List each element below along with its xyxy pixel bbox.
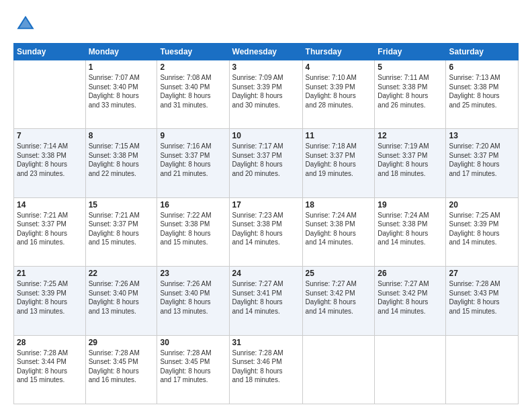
day-info: Sunrise: 7:28 AM Sunset: 3:46 PM Dayligh… [232,349,300,385]
calendar-cell: 5Sunrise: 7:11 AM Sunset: 3:38 PM Daylig… [375,60,446,129]
day-info: Sunrise: 7:16 AM Sunset: 3:37 PM Dayligh… [160,142,226,178]
day-number: 25 [306,269,372,278]
calendar-header-row: SundayMondayTuesdayWednesdayThursdayFrid… [14,44,519,60]
calendar-cell: 2Sunrise: 7:08 AM Sunset: 3:40 PM Daylig… [157,60,229,129]
calendar-cell: 10Sunrise: 7:17 AM Sunset: 3:37 PM Dayli… [229,129,302,197]
logo-icon [13,12,38,36]
day-info: Sunrise: 7:27 AM Sunset: 3:41 PM Dayligh… [232,279,300,316]
day-number: 20 [449,200,515,210]
weekday-header-monday: Monday [85,44,157,60]
calendar-week-row: 14Sunrise: 7:21 AM Sunset: 3:37 PM Dayli… [14,197,519,266]
page: SundayMondayTuesdayWednesdayThursdayFrid… [0,0,532,411]
day-info: Sunrise: 7:07 AM Sunset: 3:40 PM Dayligh… [89,73,154,109]
day-number: 21 [17,269,83,278]
day-info: Sunrise: 7:13 AM Sunset: 3:38 PM Dayligh… [449,73,515,109]
day-number: 10 [232,131,300,140]
day-info: Sunrise: 7:24 AM Sunset: 3:38 PM Dayligh… [378,211,443,247]
calendar-cell: 17Sunrise: 7:23 AM Sunset: 3:38 PM Dayli… [229,197,302,266]
calendar-cell: 12Sunrise: 7:19 AM Sunset: 3:37 PM Dayli… [375,129,446,197]
calendar-cell: 3Sunrise: 7:09 AM Sunset: 3:39 PM Daylig… [229,60,302,129]
day-number: 11 [306,131,372,140]
day-number: 7 [17,131,83,140]
day-number: 3 [232,62,300,72]
calendar-week-row: 21Sunrise: 7:25 AM Sunset: 3:39 PM Dayli… [14,267,519,335]
calendar-cell: 7Sunrise: 7:14 AM Sunset: 3:38 PM Daylig… [14,129,86,197]
calendar-cell: 28Sunrise: 7:28 AM Sunset: 3:44 PM Dayli… [14,335,86,404]
weekday-header-saturday: Saturday [446,44,519,60]
day-info: Sunrise: 7:21 AM Sunset: 3:37 PM Dayligh… [17,211,83,247]
day-number: 8 [89,131,154,140]
calendar-cell: 8Sunrise: 7:15 AM Sunset: 3:38 PM Daylig… [85,129,157,197]
day-number: 17 [232,200,300,210]
day-info: Sunrise: 7:27 AM Sunset: 3:42 PM Dayligh… [306,279,372,316]
weekday-header-sunday: Sunday [14,44,86,60]
logo [13,12,40,36]
day-number: 22 [89,269,154,278]
day-number: 27 [449,269,515,278]
calendar-table: SundayMondayTuesdayWednesdayThursdayFrid… [13,43,519,404]
day-info: Sunrise: 7:28 AM Sunset: 3:45 PM Dayligh… [89,349,154,385]
day-number: 16 [160,200,226,210]
calendar-cell [375,335,446,404]
calendar-cell: 18Sunrise: 7:24 AM Sunset: 3:38 PM Dayli… [302,197,375,266]
day-number: 6 [449,62,515,72]
day-info: Sunrise: 7:28 AM Sunset: 3:43 PM Dayligh… [449,279,515,316]
day-number: 9 [160,131,226,140]
weekday-header-thursday: Thursday [302,44,375,60]
calendar-cell: 27Sunrise: 7:28 AM Sunset: 3:43 PM Dayli… [446,267,519,335]
calendar-cell [14,60,86,129]
day-info: Sunrise: 7:28 AM Sunset: 3:45 PM Dayligh… [160,349,226,385]
day-number: 23 [160,269,226,278]
day-info: Sunrise: 7:22 AM Sunset: 3:38 PM Dayligh… [160,211,226,247]
day-number: 1 [89,62,154,72]
day-info: Sunrise: 7:09 AM Sunset: 3:39 PM Dayligh… [232,73,300,109]
day-info: Sunrise: 7:10 AM Sunset: 3:39 PM Dayligh… [306,73,372,109]
day-number: 13 [449,131,515,140]
day-info: Sunrise: 7:15 AM Sunset: 3:38 PM Dayligh… [89,142,154,178]
calendar-cell: 30Sunrise: 7:28 AM Sunset: 3:45 PM Dayli… [157,335,229,404]
calendar-cell: 23Sunrise: 7:26 AM Sunset: 3:40 PM Dayli… [157,267,229,335]
calendar-week-row: 1Sunrise: 7:07 AM Sunset: 3:40 PM Daylig… [14,60,519,129]
day-number: 31 [232,338,300,347]
day-info: Sunrise: 7:21 AM Sunset: 3:37 PM Dayligh… [89,211,154,247]
day-number: 30 [160,338,226,347]
calendar-cell: 1Sunrise: 7:07 AM Sunset: 3:40 PM Daylig… [85,60,157,129]
calendar-cell [302,335,375,404]
calendar-cell: 9Sunrise: 7:16 AM Sunset: 3:37 PM Daylig… [157,129,229,197]
calendar-cell: 11Sunrise: 7:18 AM Sunset: 3:37 PM Dayli… [302,129,375,197]
day-info: Sunrise: 7:26 AM Sunset: 3:40 PM Dayligh… [89,279,154,316]
day-number: 2 [160,62,226,72]
calendar-cell: 16Sunrise: 7:22 AM Sunset: 3:38 PM Dayli… [157,197,229,266]
day-number: 5 [378,62,443,72]
day-info: Sunrise: 7:27 AM Sunset: 3:42 PM Dayligh… [378,279,443,316]
calendar-week-row: 7Sunrise: 7:14 AM Sunset: 3:38 PM Daylig… [14,129,519,197]
calendar-cell [446,335,519,404]
calendar-cell: 31Sunrise: 7:28 AM Sunset: 3:46 PM Dayli… [229,335,302,404]
day-info: Sunrise: 7:19 AM Sunset: 3:37 PM Dayligh… [378,142,443,178]
weekday-header-friday: Friday [375,44,446,60]
day-info: Sunrise: 7:26 AM Sunset: 3:40 PM Dayligh… [160,279,226,316]
day-info: Sunrise: 7:14 AM Sunset: 3:38 PM Dayligh… [17,142,83,178]
day-number: 24 [232,269,300,278]
day-number: 28 [17,338,83,347]
day-info: Sunrise: 7:17 AM Sunset: 3:37 PM Dayligh… [232,142,300,178]
day-number: 18 [306,200,372,210]
calendar-cell: 19Sunrise: 7:24 AM Sunset: 3:38 PM Dayli… [375,197,446,266]
calendar-cell: 22Sunrise: 7:26 AM Sunset: 3:40 PM Dayli… [85,267,157,335]
calendar-cell: 29Sunrise: 7:28 AM Sunset: 3:45 PM Dayli… [85,335,157,404]
day-number: 12 [378,131,443,140]
day-number: 26 [378,269,443,278]
day-number: 15 [89,200,154,210]
day-info: Sunrise: 7:24 AM Sunset: 3:38 PM Dayligh… [306,211,372,247]
day-number: 4 [306,62,372,72]
calendar-cell: 26Sunrise: 7:27 AM Sunset: 3:42 PM Dayli… [375,267,446,335]
day-info: Sunrise: 7:20 AM Sunset: 3:37 PM Dayligh… [449,142,515,178]
calendar-cell: 13Sunrise: 7:20 AM Sunset: 3:37 PM Dayli… [446,129,519,197]
day-info: Sunrise: 7:08 AM Sunset: 3:40 PM Dayligh… [160,73,226,109]
calendar-cell: 24Sunrise: 7:27 AM Sunset: 3:41 PM Dayli… [229,267,302,335]
calendar-cell: 6Sunrise: 7:13 AM Sunset: 3:38 PM Daylig… [446,60,519,129]
calendar-cell: 14Sunrise: 7:21 AM Sunset: 3:37 PM Dayli… [14,197,86,266]
header [13,12,519,36]
day-info: Sunrise: 7:11 AM Sunset: 3:38 PM Dayligh… [378,73,443,109]
calendar-week-row: 28Sunrise: 7:28 AM Sunset: 3:44 PM Dayli… [14,335,519,404]
